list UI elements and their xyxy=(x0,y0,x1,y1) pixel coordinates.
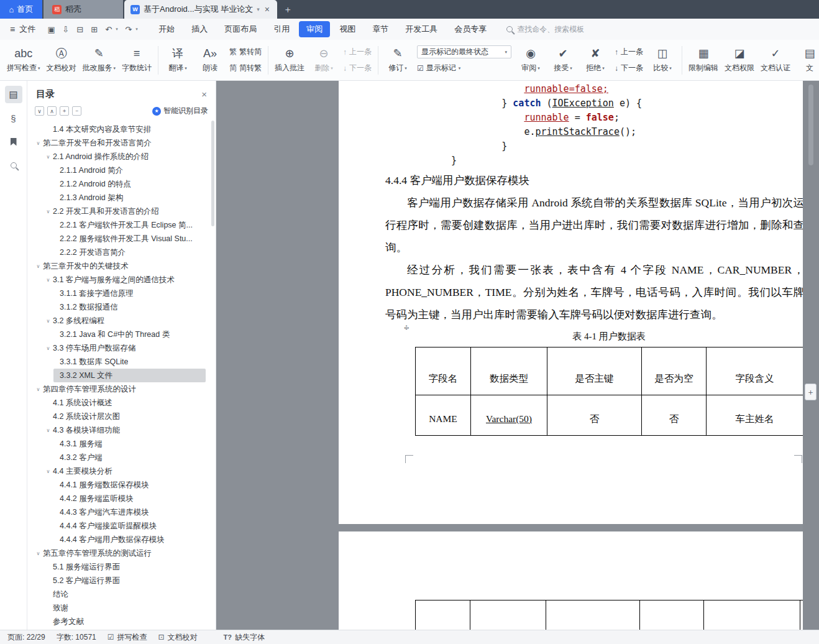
caret-down-icon[interactable]: ∨ xyxy=(34,387,43,392)
toc-item[interactable]: ∨4.3 各模块详细功能 xyxy=(43,423,206,437)
page-indicator[interactable]: 页面: 22/29 xyxy=(7,632,45,643)
document-tab[interactable]: W 基于Android...与实现 毕业论文 ▾ × xyxy=(124,0,277,19)
toc-item[interactable]: 5.2 客户端运行界面 xyxy=(43,574,206,587)
ribbon-translate-button[interactable]: 译翻译▾ xyxy=(162,42,194,78)
redo-dropdown-icon[interactable]: ▾ xyxy=(135,27,141,32)
ribbon-track-changes-button[interactable]: ✎修订▾ xyxy=(382,42,414,78)
chapter-pane-button[interactable]: § xyxy=(5,109,22,127)
menu-tab[interactable]: 插入 xyxy=(184,21,215,37)
caret-down-icon[interactable]: ∨ xyxy=(43,346,53,351)
toc-item[interactable]: 2.1.2 Android 的特点 xyxy=(53,177,206,191)
caret-down-icon[interactable]: ∨ xyxy=(43,277,53,283)
ribbon-reject-button[interactable]: ✘拒绝▾ xyxy=(579,42,611,78)
menu-tab[interactable]: 会员专享 xyxy=(447,21,494,37)
toc-item[interactable]: ∨第四章停车管理系统的设计 xyxy=(34,382,206,396)
ribbon-next-comment-button[interactable]: ↓下一条 xyxy=(343,62,372,75)
toc-item[interactable]: 5.1 服务端运行界面 xyxy=(43,560,206,574)
caret-down-icon[interactable]: ∨ xyxy=(34,140,43,146)
smart-toc-button[interactable]: ★ 智能识别目录 xyxy=(152,106,208,116)
toc-item[interactable]: 2.2.2 开发语言简介 xyxy=(53,246,206,259)
home-tab[interactable]: ⌂ 首页 xyxy=(0,0,42,19)
toc-item[interactable]: ∨第二章开发平台和开发语言简介 xyxy=(34,136,206,150)
doc-proof-status[interactable]: ⊡ 文档校对 xyxy=(158,632,198,643)
toc-item[interactable]: 2.2.1 客户端软件开发工具 Eclipse 简... xyxy=(53,218,206,232)
caret-down-icon[interactable]: ∨ xyxy=(43,209,53,214)
new-tab-button[interactable]: ＋ xyxy=(277,0,298,19)
ribbon-prev-comment-button[interactable]: ↑上一条 xyxy=(343,45,372,58)
toc-item[interactable]: 4.4.4 客户端接监听提醒模块 xyxy=(53,519,206,533)
missing-font-status[interactable]: T? 缺失字体 xyxy=(224,632,265,643)
caret-down-icon[interactable]: ∨ xyxy=(43,428,53,433)
menu-tab[interactable]: 章节 xyxy=(365,21,396,37)
ribbon-doc-permission-button[interactable]: ◪文档权限 xyxy=(721,42,757,78)
toc-item[interactable]: ∨2.1 Android 操作系统的介绍 xyxy=(43,150,206,163)
toc-item[interactable]: ∨3.3 停车场用户数据存储 xyxy=(43,341,206,355)
table-move-handle[interactable]: ↔ ↕ xyxy=(401,321,412,333)
ribbon-show-markup-button[interactable]: ☑显示标记▾ xyxy=(417,62,511,75)
ribbon-trad-to-simp-button[interactable]: 繁繁转简 xyxy=(229,45,262,58)
toc-item[interactable]: 4.3.2 客户端 xyxy=(53,451,206,464)
print-button[interactable]: ⊟ xyxy=(73,22,87,37)
toc-item[interactable]: 3.1.1 套接字通信原理 xyxy=(53,287,206,300)
toc-item[interactable]: 4.4.3 客户端汽车进库模块 xyxy=(53,505,206,519)
expand-panel-button[interactable]: ＋ xyxy=(805,384,817,400)
ribbon-word-count-button[interactable]: ≡字数统计 xyxy=(119,42,155,78)
toc-item[interactable]: 4.4.2 服务端监听模块 xyxy=(53,492,206,505)
docer-tab[interactable]: 稻 稻壳 xyxy=(43,0,123,19)
toc-close-icon[interactable]: × xyxy=(201,89,207,99)
save-button[interactable]: ▣ xyxy=(44,22,58,37)
toc-zoom-out-button[interactable]: － xyxy=(72,106,81,116)
undo-button[interactable]: ↶ xyxy=(101,22,116,37)
toc-item[interactable]: 致谢 xyxy=(43,601,206,615)
ribbon-read-aloud-button[interactable]: A»朗读 xyxy=(194,42,226,78)
toc-item[interactable]: 2.2.2 服务端软件开发工具 Visual Stu... xyxy=(53,232,206,246)
toc-collapse-all-button[interactable]: ∧ xyxy=(47,106,57,116)
toc-scrollbar[interactable] xyxy=(211,121,214,226)
menu-tab[interactable]: 视图 xyxy=(332,21,363,37)
file-menu-button[interactable]: ≡ 文件 xyxy=(6,24,39,35)
document-page-next[interactable] xyxy=(339,531,819,630)
ribbon-clipped-button-button[interactable]: ▤文 xyxy=(794,42,819,78)
search-pane-button[interactable] xyxy=(5,157,22,174)
export-button[interactable]: ⇩ xyxy=(58,22,73,37)
toc-item[interactable]: ∨2.2 开发工具和开发语言的介绍 xyxy=(43,205,206,218)
bookmark-pane-button[interactable] xyxy=(5,133,22,150)
toc-item[interactable]: ∨4.4 主要模块分析 xyxy=(43,464,206,478)
ribbon-doc-proofread-button[interactable]: Ⓐ文档校对 xyxy=(43,42,80,78)
toc-item[interactable]: 1.4 本文研究内容及章节安排 xyxy=(43,122,206,136)
menu-tab[interactable]: 引用 xyxy=(266,21,297,37)
ribbon-restrict-editing-button[interactable]: ▦限制编辑 xyxy=(685,42,721,78)
toc-item[interactable]: 4.4.1 服务端数据保存模块 xyxy=(53,478,206,492)
tab-close-icon[interactable]: × xyxy=(263,4,271,14)
tab-more-icon[interactable]: ▾ xyxy=(257,6,260,12)
spell-check-status[interactable]: ☑ 拼写检查 xyxy=(108,632,147,643)
toc-item[interactable]: 参考文献 xyxy=(43,615,206,628)
menu-tab[interactable]: 页面布局 xyxy=(217,21,264,37)
ribbon-simp-to-trad-button[interactable]: 简简转繁 xyxy=(229,62,262,75)
caret-down-icon[interactable]: ∨ xyxy=(43,318,53,324)
toc-expand-all-button[interactable]: ∨ xyxy=(35,106,44,116)
document-page[interactable]: runnable=false;} catch (IOException e) {… xyxy=(339,81,819,524)
toc-item[interactable]: 4.3.1 服务端 xyxy=(53,437,206,451)
ribbon-delete-comment-button[interactable]: ⊖删除▾ xyxy=(308,42,340,78)
menu-tab[interactable]: 开发工具 xyxy=(398,21,445,37)
toc-item[interactable]: 3.2.1 Java 和 C#中的 Thread 类 xyxy=(53,328,206,341)
ribbon-insert-comment-button[interactable]: ⊕插入批注 xyxy=(272,42,308,78)
ribbon-spell-check-button[interactable]: abc拼写检查▾ xyxy=(4,42,43,78)
toc-zoom-in-button[interactable]: ＋ xyxy=(60,106,69,116)
menu-tab[interactable]: 审阅 xyxy=(299,21,330,37)
caret-down-icon[interactable]: ∨ xyxy=(34,264,43,269)
vertical-scrollbar[interactable]: ＋ xyxy=(803,81,819,630)
ribbon-review-button[interactable]: ◉审阅▾ xyxy=(515,42,547,78)
toc-item[interactable]: 3.3.2 XML 文件 xyxy=(53,369,206,382)
print-preview-button[interactable]: ⊞ xyxy=(87,22,101,37)
caret-down-icon[interactable]: ∨ xyxy=(43,154,53,160)
toc-item[interactable]: 3.1.2 数据报通信 xyxy=(53,300,206,314)
toc-pane-button[interactable]: ▤ xyxy=(5,86,22,103)
menu-tab[interactable]: 开始 xyxy=(151,21,182,37)
ribbon-doc-authenticate-button[interactable]: ✓文档认证 xyxy=(757,42,794,78)
toc-item[interactable]: 结论 xyxy=(43,587,206,601)
undo-dropdown-icon[interactable]: ▾ xyxy=(116,27,121,32)
ribbon-next-change-button[interactable]: ↓下一条 xyxy=(615,62,643,75)
toc-item[interactable]: ∨第五章停车管理系统的测试运行 xyxy=(34,546,206,560)
